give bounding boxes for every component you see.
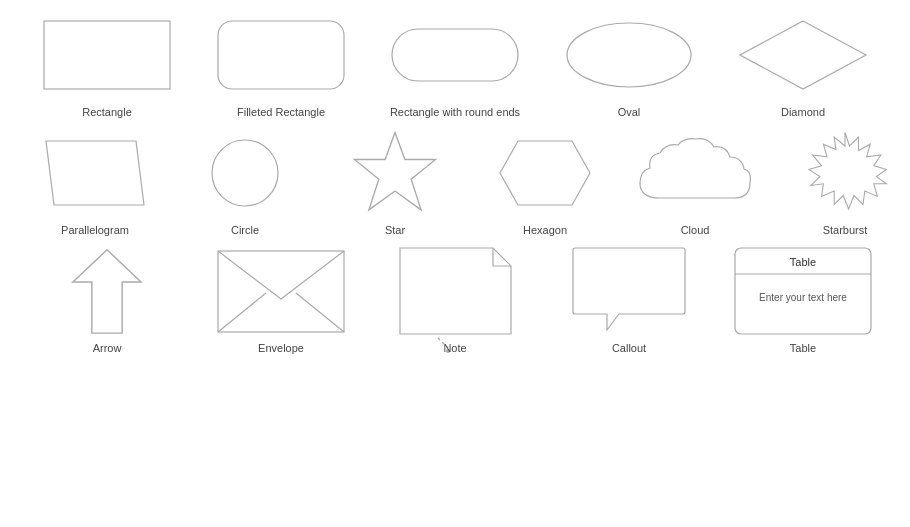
round-ends-label: Rectangle with round ends [390,106,520,118]
starburst-label: Starburst [823,224,868,236]
shape-row-3: Arrow Envelope [20,246,890,354]
shape-item-callout[interactable]: Callout [549,246,709,354]
svg-marker-9 [809,133,886,210]
shape-item-star[interactable]: Star [320,128,470,236]
oval-label: Oval [618,106,641,118]
shape-item-filleted-rectangle[interactable]: Filleted Rectangle [201,10,361,118]
star-icon [350,128,440,218]
svg-point-3 [567,23,691,87]
rectangle-label: Rectangle [82,106,132,118]
svg-rect-11 [218,251,344,332]
svg-marker-8 [500,141,590,205]
circle-icon [209,137,281,209]
shapes-grid: Rectangle Filleted Rectangle Rectangle w… [0,0,910,374]
svg-marker-5 [46,141,144,205]
svg-rect-0 [44,21,170,89]
cloud-label: Cloud [681,224,710,236]
parallelogram-icon [30,137,160,209]
parallelogram-label: Parallelogram [61,224,129,236]
svg-text:Enter your text here: Enter your text here [759,292,847,303]
shape-item-round-ends[interactable]: Rectangle with round ends [375,10,535,118]
envelope-icon [216,249,346,334]
hexagon-icon [480,137,610,209]
hexagon-label: Hexagon [523,224,567,236]
note-label: Note [443,342,466,354]
callout-label: Callout [612,342,646,354]
shape-item-diamond[interactable]: Diamond [723,10,883,118]
svg-rect-1 [218,21,344,89]
shape-item-note[interactable]: Note [375,246,535,354]
shape-row-2: Parallelogram Circle Star [20,128,890,236]
shape-item-circle[interactable]: Circle [170,128,320,236]
svg-text:Table: Table [790,256,816,268]
oval-icon [564,19,694,91]
callout-icon [569,246,689,336]
table-label: Table [790,342,816,354]
diamond-icon [738,19,868,91]
arrow-label: Arrow [93,342,122,354]
shape-item-parallelogram[interactable]: Parallelogram [20,128,170,236]
shape-item-arrow[interactable]: Arrow [27,246,187,354]
rectangle-icon [42,19,172,91]
diamond-label: Diamond [781,106,825,118]
table-icon: Table Enter your text here [733,246,873,336]
circle-label: Circle [231,224,259,236]
shape-item-table[interactable]: Table Enter your text here Table [723,246,883,354]
round-ends-icon [390,19,520,91]
shape-item-envelope[interactable]: Envelope [201,246,361,354]
shape-item-starburst[interactable]: Starburst [770,128,910,236]
note-icon [398,246,513,336]
svg-marker-4 [740,21,866,89]
svg-marker-7 [355,133,436,210]
filleted-rectangle-icon [216,19,346,91]
filleted-rectangle-label: Filleted Rectangle [237,106,325,118]
star-label: Star [385,224,405,236]
shape-item-hexagon[interactable]: Hexagon [470,128,620,236]
shape-item-oval[interactable]: Oval [549,10,709,118]
svg-rect-2 [392,29,518,81]
shape-item-rectangle[interactable]: Rectangle [27,10,187,118]
envelope-label: Envelope [258,342,304,354]
svg-marker-10 [73,250,141,333]
svg-point-6 [212,140,278,206]
starburst-icon [800,128,890,218]
cloud-icon [630,133,760,213]
shape-item-cloud[interactable]: Cloud [620,128,770,236]
arrow-icon [67,246,147,336]
shape-row-1: Rectangle Filleted Rectangle Rectangle w… [20,10,890,118]
